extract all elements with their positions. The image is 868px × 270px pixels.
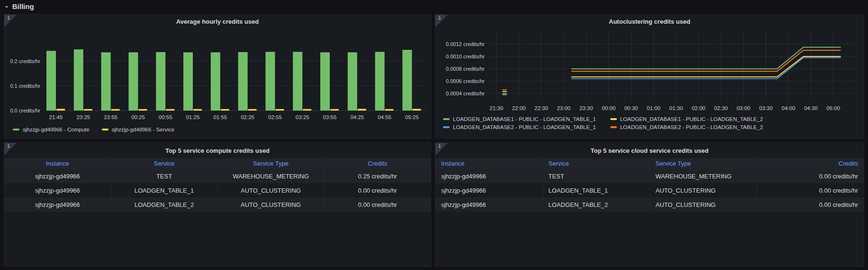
table-cell: LOADGEN_TABLE_2 xyxy=(542,197,650,212)
table-cell: LOADGEN_TABLE_1 xyxy=(542,183,650,197)
bar-service[interactable] xyxy=(193,109,202,111)
bar-compute[interactable] xyxy=(293,52,302,111)
column-header-service-type[interactable]: Service Type xyxy=(650,158,757,169)
bar-compute[interactable] xyxy=(348,52,357,111)
column-header-credits[interactable]: Credits xyxy=(757,158,864,169)
bar-chart[interactable]: 0.0 credits/hr0.1 credits/hr0.2 credits/… xyxy=(4,28,428,122)
line-chart[interactable]: 21:3022:0022:3023:0023:3000:0000:3001:00… xyxy=(435,28,861,113)
x-axis-label: 03:00 xyxy=(737,105,750,111)
table-cell: TEST xyxy=(111,169,217,183)
compute-credits-table: InstanceServiceService TypeCredits sjhzz… xyxy=(4,158,431,212)
chevron-down-icon: ⌄ xyxy=(4,3,9,8)
legend-item[interactable]: sjhzzjp-gd49966 - Service xyxy=(102,127,174,132)
panel-title[interactable]: Top 5 service cloud service credits used xyxy=(590,147,708,154)
table-row: sjhzzjp-gd49966TESTWAREHOUSE_METERING0.2… xyxy=(4,169,431,183)
line-series[interactable] xyxy=(571,58,841,79)
x-axis-label: 22:00 xyxy=(512,105,526,111)
table-row: sjhzzjp-gd49966LOADGEN_TABLE_1AUTO_CLUST… xyxy=(435,183,864,197)
x-axis-label: 05:25 xyxy=(405,114,419,120)
bar-service[interactable] xyxy=(385,109,394,111)
legend-item[interactable]: LOADGEN_DATABASE1 - PUBLIC - LOADGEN_TAB… xyxy=(610,116,763,122)
bar-compute[interactable] xyxy=(156,52,165,111)
table-row: sjhzzjp-gd49966LOADGEN_TABLE_1AUTO_CLUST… xyxy=(4,183,431,197)
bar-compute[interactable] xyxy=(238,52,248,111)
line-series[interactable] xyxy=(571,47,841,69)
bar-compute[interactable] xyxy=(46,51,56,111)
bar-compute[interactable] xyxy=(320,52,330,111)
x-axis-label: 23:25 xyxy=(76,114,90,120)
x-axis-label: 00:30 xyxy=(624,105,638,111)
bar-compute[interactable] xyxy=(265,52,275,111)
x-axis-label: 00:25 xyxy=(131,114,145,120)
bar-compute[interactable] xyxy=(101,52,111,111)
table-cell: AUTO_CLUSTERING xyxy=(650,183,757,197)
panel-title[interactable]: Autoclustering credits used xyxy=(609,18,690,25)
table-cell: sjhzzjp-gd49966 xyxy=(4,183,111,197)
bar-service[interactable] xyxy=(330,109,339,111)
y-axis-label: 0.0 credits/hr xyxy=(10,108,40,113)
x-axis-label: 23:30 xyxy=(579,105,593,111)
legend-label: LOADGEN_DATABASE1 - PUBLIC - LOADGEN_TAB… xyxy=(453,116,596,122)
bar-service[interactable] xyxy=(248,109,257,111)
legend-swatch-icon xyxy=(610,118,617,120)
column-header-service-type[interactable]: Service Type xyxy=(217,158,324,169)
x-axis-label: 00:55 xyxy=(159,114,172,120)
column-header-instance[interactable]: Instance xyxy=(4,158,111,169)
billing-row-toggle[interactable]: ⌄ Billing xyxy=(4,1,34,11)
x-axis-label: 02:25 xyxy=(241,114,254,120)
bar-service[interactable] xyxy=(358,109,366,111)
bar-compute[interactable] xyxy=(402,50,412,111)
x-axis-label: 02:55 xyxy=(268,114,282,120)
bar-service[interactable] xyxy=(275,109,284,111)
y-axis-label: 0.2 credits/hr xyxy=(10,58,40,64)
bar-service[interactable] xyxy=(84,109,92,111)
table-header-row: InstanceServiceService TypeCredits xyxy=(4,158,431,169)
x-axis-label: 04:25 xyxy=(350,114,364,120)
bar-compute[interactable] xyxy=(74,49,83,111)
bar-service[interactable] xyxy=(412,109,421,111)
billing-row-title: Billing xyxy=(12,2,34,10)
dashboard: ⌄ Billing i Average hourly credits used … xyxy=(0,0,868,270)
x-axis-label: 01:55 xyxy=(213,114,227,120)
y-axis-label: 0.0012 credits/hr xyxy=(446,41,485,47)
x-axis-label: 04:55 xyxy=(378,114,391,120)
legend-swatch-icon xyxy=(610,126,617,128)
bar-compute[interactable] xyxy=(183,52,193,111)
bar-service[interactable] xyxy=(138,109,147,111)
legend-item[interactable]: LOADGEN_DATABASE2 - PUBLIC - LOADGEN_TAB… xyxy=(610,124,763,130)
legend-item[interactable]: sjhzzjp-gd49966 - Compute xyxy=(13,127,90,132)
legend-item[interactable]: LOADGEN_DATABASE1 - PUBLIC - LOADGEN_TAB… xyxy=(443,116,596,122)
table-cell: 0.00 credits/hr xyxy=(757,197,864,212)
panel-header: Autoclustering credits used xyxy=(435,15,864,28)
legend-label: sjhzzjp-gd49966 - Service xyxy=(112,127,174,132)
table-cell: sjhzzjp-gd49966 xyxy=(435,183,542,197)
panel-top5-cloud-service-credits: i Top 5 service cloud service credits us… xyxy=(435,142,864,267)
x-axis-label: 05:00 xyxy=(826,105,840,111)
legend-item[interactable]: LOADGEN_DATABASE2 - PUBLIC - LOADGEN_TAB… xyxy=(443,124,596,130)
bar-service[interactable] xyxy=(111,109,120,111)
panel-header: Top 5 service cloud service credits used xyxy=(435,143,864,158)
column-header-service[interactable]: Service xyxy=(111,158,217,169)
bar-compute[interactable] xyxy=(211,52,220,111)
x-axis-label: 01:00 xyxy=(647,105,660,111)
column-header-instance[interactable]: Instance xyxy=(435,158,542,169)
table-cell: WAREHOUSE_METERING xyxy=(217,169,324,183)
panel-title[interactable]: Average hourly credits used xyxy=(176,18,259,25)
y-axis-label: 0.0008 credits/hr xyxy=(446,66,485,72)
table-cell: LOADGEN_TABLE_2 xyxy=(111,197,217,212)
y-axis-label: 0.0010 credits/hr xyxy=(446,54,485,59)
column-header-service[interactable]: Service xyxy=(542,158,650,169)
bar-compute[interactable] xyxy=(128,52,138,111)
table-row: sjhzzjp-gd49966LOADGEN_TABLE_2AUTO_CLUST… xyxy=(435,197,864,212)
bar-service[interactable] xyxy=(56,109,65,111)
bar-service[interactable] xyxy=(166,109,174,111)
table-row: sjhzzjp-gd49966TESTWAREHOUSE_METERING0.0… xyxy=(435,169,864,183)
panel-title[interactable]: Top 5 service compute credits used xyxy=(165,147,270,154)
bar-compute[interactable] xyxy=(375,52,385,111)
table-cell: sjhzzjp-gd49966 xyxy=(435,169,542,183)
line-series[interactable] xyxy=(571,50,841,71)
column-header-credits[interactable]: Credits xyxy=(324,158,431,169)
table-cell: AUTO_CLUSTERING xyxy=(650,197,757,212)
bar-service[interactable] xyxy=(221,109,229,111)
bar-service[interactable] xyxy=(303,109,311,111)
